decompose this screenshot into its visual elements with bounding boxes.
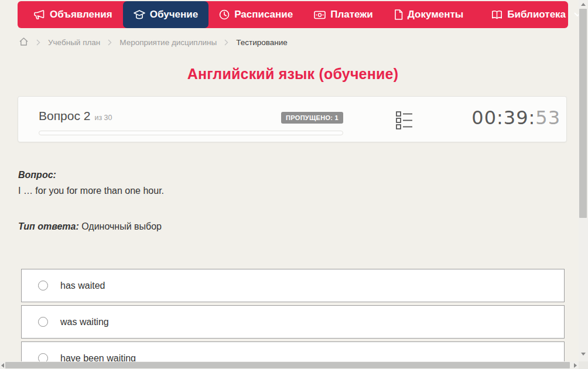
- scroll-down-arrow-icon[interactable]: [581, 353, 586, 356]
- nav-item-label: Документы: [408, 9, 464, 20]
- nav-item-label: Обучение: [150, 9, 198, 20]
- answer-type-label: Тип ответа:: [18, 221, 79, 231]
- breadcrumb-item-curriculum[interactable]: Учебный план: [48, 38, 100, 47]
- horizontal-scrollbar-thumb[interactable]: [5, 362, 570, 368]
- radio-icon[interactable]: [38, 317, 48, 327]
- question-progress-block: Вопрос 2 из 30 ПРОПУЩЕНО: 1: [39, 109, 343, 135]
- answer-type-row: Тип ответа: Одиночный выбор: [18, 221, 162, 232]
- vertical-scrollbar-thumb[interactable]: [579, 9, 587, 218]
- radio-icon[interactable]: [38, 281, 48, 291]
- megaphone-icon: [34, 10, 45, 20]
- nav-item-learning[interactable]: Обучение: [123, 1, 208, 28]
- nav-item-label: Библиотека: [507, 9, 566, 20]
- nav-item-library[interactable]: Библиотека: [481, 1, 588, 28]
- main-navbar: Объявления Обучение Расписание Платежи Д…: [18, 1, 568, 28]
- question-number: Вопрос 2: [39, 109, 90, 123]
- nav-item-label: Платежи: [330, 9, 373, 20]
- question-total: из 30: [94, 114, 112, 122]
- graduation-cap-icon: [134, 10, 145, 20]
- nav-item-documents[interactable]: Документы: [384, 1, 474, 28]
- book-icon: [491, 10, 502, 20]
- chevron-right-icon: [224, 39, 228, 46]
- banknote-icon: [314, 11, 326, 19]
- timer: 00:39:53: [471, 107, 560, 129]
- page-title: Английский язык (обучение): [0, 66, 586, 83]
- breadcrumb-item-testing: Тестирование: [236, 38, 288, 47]
- chevron-right-icon: [108, 39, 112, 46]
- nav-item-announcements[interactable]: Объявления: [23, 1, 123, 28]
- scroll-up-arrow-icon[interactable]: [581, 3, 586, 6]
- list-icon: [396, 110, 412, 132]
- question-list-button[interactable]: [394, 110, 415, 131]
- answer-option-1[interactable]: has waited: [21, 269, 565, 302]
- answer-options: has waited was waiting have been waiting: [21, 269, 565, 369]
- answer-option-label: has waited: [60, 281, 105, 291]
- horizontal-scrollbar[interactable]: [0, 361, 579, 369]
- nav-item-label: Объявления: [50, 9, 112, 20]
- answer-option-2[interactable]: was waiting: [21, 305, 565, 339]
- answer-option-label: was waiting: [60, 317, 109, 327]
- clock-icon: [219, 9, 230, 20]
- nav-item-label: Расписание: [234, 9, 293, 20]
- skipped-badge: ПРОПУЩЕНО: 1: [281, 112, 343, 124]
- nav-item-schedule[interactable]: Расписание: [208, 1, 303, 28]
- answer-type-value: Одиночный выбор: [81, 221, 162, 231]
- scroll-right-arrow-icon[interactable]: [574, 363, 577, 368]
- breadcrumb-home[interactable]: [19, 37, 29, 48]
- home-icon: [19, 39, 29, 48]
- question-panel: Вопрос 2 из 30 ПРОПУЩЕНО: 1 00:39:53: [18, 96, 567, 142]
- progress-bar: [39, 131, 343, 135]
- timer-seconds: 53: [535, 107, 560, 129]
- scroll-left-arrow-icon[interactable]: [1, 363, 4, 368]
- chevron-right-icon: [36, 39, 40, 46]
- question-text: I … for you for more than one hour.: [18, 186, 563, 196]
- breadcrumb: Учебный план Мероприятие дисциплины Тест…: [19, 37, 288, 48]
- scrollbar-corner: [579, 361, 588, 369]
- vertical-scrollbar[interactable]: [579, 0, 588, 361]
- timer-main: 00:39:: [471, 107, 535, 129]
- question-label: Вопрос:: [18, 170, 563, 180]
- document-icon: [394, 9, 403, 20]
- nav-item-payments[interactable]: Платежи: [303, 1, 384, 28]
- question-body: Вопрос: I … for you for more than one ho…: [18, 170, 563, 196]
- breadcrumb-item-discipline-event[interactable]: Мероприятие дисциплины: [119, 38, 217, 47]
